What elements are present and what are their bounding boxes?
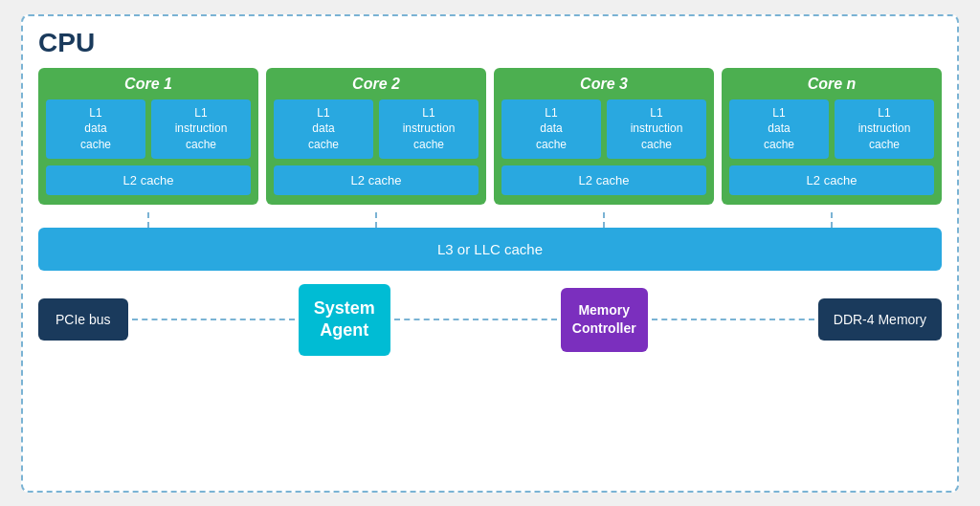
core-1-title: Core 1: [46, 76, 251, 93]
connector-n: [722, 212, 942, 228]
core-3-l1-caches: L1 data cache L1 instruction cache: [501, 99, 706, 159]
core-2-l2: L2 cache: [274, 165, 479, 195]
connector-1: [38, 212, 258, 228]
core-3-l1-data: L1 data cache: [501, 99, 601, 159]
core-3-l1-instruction: L1 instruction cache: [607, 99, 706, 159]
core-1-l2: L2 cache: [46, 165, 251, 195]
core-n-l1-instruction: L1 instruction cache: [835, 99, 934, 159]
pcie-box: PCIe bus: [38, 298, 128, 341]
bottom-row: PCIe bus SystemAgent MemoryController DD…: [38, 284, 942, 356]
core-2-l1-caches: L1 data cache L1 instruction cache: [274, 99, 479, 159]
core-2-l1-data: L1 data cache: [274, 99, 373, 159]
cpu-container: CPU Core 1 L1 data cache L1 instruction …: [21, 14, 959, 493]
connector-memctrl-ddr: [652, 319, 814, 320]
core-3-title: Core 3: [501, 76, 706, 93]
core-n-title: Core n: [729, 76, 934, 93]
core-n-l2: L2 cache: [729, 165, 934, 195]
core-box-3: Core 3 L1 data cache L1 instruction cach…: [494, 68, 714, 205]
core-2-title: Core 2: [274, 76, 479, 93]
core-box-n: Core n L1 data cache L1 instruction cach…: [722, 68, 942, 205]
core-n-l1-caches: L1 data cache L1 instruction cache: [729, 99, 934, 159]
core-box-1: Core 1 L1 data cache L1 instruction cach…: [38, 68, 258, 205]
system-agent-box: SystemAgent: [299, 284, 390, 356]
core-1-l1-caches: L1 data cache L1 instruction cache: [46, 99, 251, 159]
connector-sysagent-memctrl: [394, 319, 557, 320]
core-n-l1-data: L1 data cache: [729, 99, 829, 159]
cores-row: Core 1 L1 data cache L1 instruction cach…: [38, 68, 942, 205]
memory-controller-box: MemoryController: [561, 288, 648, 352]
core-2-l1-instruction: L1 instruction cache: [379, 99, 479, 159]
core-3-l2: L2 cache: [501, 165, 706, 195]
ddr-memory-box: DDR-4 Memory: [818, 298, 942, 341]
core-1-l1-data: L1 data cache: [46, 99, 145, 159]
connectors-row: [38, 212, 942, 228]
cpu-title: CPU: [38, 28, 942, 58]
core-box-2: Core 2 L1 data cache L1 instruction cach…: [266, 68, 486, 205]
connector-2: [266, 212, 486, 228]
connector-3: [494, 212, 714, 228]
l3-cache-bar: L3 or LLC cache: [38, 228, 942, 271]
core-1-l1-instruction: L1 instruction cache: [151, 99, 251, 159]
connector-pcie-sysagent: [132, 319, 295, 320]
